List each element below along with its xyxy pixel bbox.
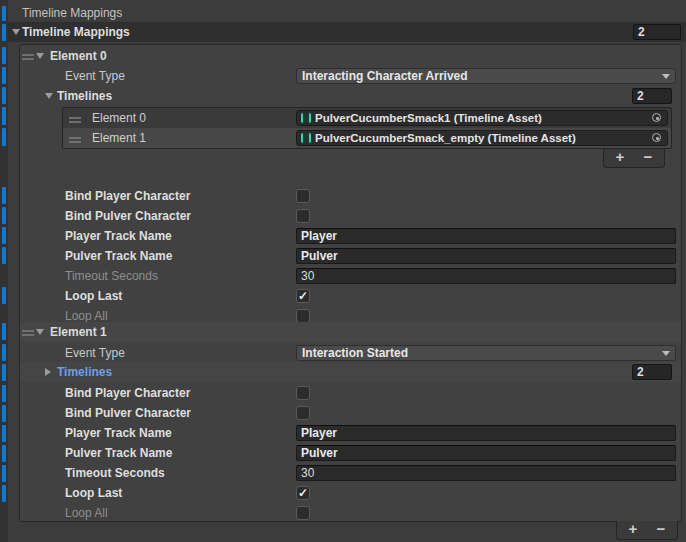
timeline-object-field[interactable]: PulverCucumberSmack1 (Timeline Asset): [296, 110, 668, 126]
override-marker: [2, 364, 6, 381]
override-marker: [2, 24, 6, 41]
player-track-label: Player Track Name: [65, 228, 172, 244]
bind-pulver-checkbox[interactable]: [296, 209, 310, 223]
timeline-item-row[interactable]: Element 0 PulverCucumberSmack1 (Timeline…: [63, 108, 671, 128]
loop-last-checkbox[interactable]: [296, 486, 310, 500]
timeout-input[interactable]: [296, 465, 676, 481]
chevron-down-icon: [662, 351, 670, 356]
foldout-open-icon[interactable]: [36, 53, 44, 59]
timeline-mappings-title: Timeline Mappings: [22, 24, 130, 40]
timeline-asset-icon: [301, 113, 311, 123]
override-marker: [2, 323, 6, 340]
bind-pulver-label: Bind Pulver Character: [65, 208, 191, 224]
override-marker: [2, 227, 6, 244]
bind-player-label: Bind Player Character: [65, 188, 190, 204]
event-type-value: Interacting Character Arrived: [302, 69, 468, 83]
timelines-header-row-collapsed[interactable]: Timelines: [20, 362, 681, 382]
loop-last-row: Loop Last: [20, 483, 681, 503]
element1-header[interactable]: Element 1: [20, 322, 681, 342]
event-type-dropdown[interactable]: Interacting Character Arrived: [296, 68, 676, 84]
event-type-row: Event Type Interaction Started: [20, 343, 681, 363]
pulver-track-input[interactable]: [296, 248, 676, 264]
pulver-track-row: Pulver Track Name: [20, 246, 681, 266]
override-marker: [2, 107, 6, 125]
timelines-size-input[interactable]: [632, 88, 672, 104]
timeline-asset-icon: [301, 133, 311, 143]
loop-all-label: Loop All: [65, 505, 108, 521]
pulver-track-label: Pulver Track Name: [65, 445, 172, 461]
timeline-item-row[interactable]: Element 1 PulverCucumberSmack_empty (Tim…: [63, 128, 671, 148]
override-marker: [2, 405, 6, 422]
foldout-closed-icon[interactable]: [45, 368, 51, 376]
property-label: Timeline Mappings: [22, 5, 122, 21]
override-marker: [2, 47, 6, 64]
bind-player-checkbox[interactable]: [296, 386, 310, 400]
override-marker: [2, 344, 6, 361]
override-marker: [2, 385, 6, 402]
foldout-open-icon[interactable]: [45, 93, 53, 99]
loop-last-row: Loop Last: [20, 286, 681, 306]
override-marker: [2, 128, 6, 146]
remove-element-button[interactable]: −: [648, 521, 674, 538]
override-marker: [2, 67, 6, 84]
override-marker: [2, 425, 6, 442]
timeline-item-label: Element 1: [92, 130, 146, 146]
event-type-value: Interaction Started: [302, 346, 408, 360]
drag-handle-icon[interactable]: [22, 330, 34, 332]
pulver-track-input[interactable]: [296, 445, 676, 461]
object-picker-icon[interactable]: [649, 112, 665, 124]
timeout-label: Timeout Seconds: [65, 465, 165, 481]
drag-handle-icon[interactable]: [22, 54, 34, 56]
timeline-object-field[interactable]: PulverCucumberSmack_empty (Timeline Asse…: [296, 130, 668, 146]
timeout-row: Timeout Seconds: [20, 266, 681, 286]
player-track-input[interactable]: [296, 425, 676, 441]
timeout-input[interactable]: [296, 268, 676, 284]
array-size-input[interactable]: [633, 24, 681, 40]
override-marker: [2, 465, 6, 482]
drag-handle-icon[interactable]: [69, 137, 81, 139]
bind-player-row: Bind Player Character: [20, 383, 681, 403]
timeline-object-value: PulverCucumberSmack_empty (Timeline Asse…: [315, 132, 645, 145]
bind-pulver-checkbox[interactable]: [296, 406, 310, 420]
bind-pulver-label: Bind Pulver Character: [65, 405, 191, 421]
bind-player-checkbox[interactable]: [296, 189, 310, 203]
player-track-label: Player Track Name: [65, 425, 172, 441]
timeline-item-label: Element 0: [92, 110, 146, 126]
player-track-input[interactable]: [296, 228, 676, 244]
timelines-list-footer: + −: [603, 149, 665, 168]
loop-all-row: Loop All: [20, 503, 681, 523]
loop-all-checkbox[interactable]: [296, 309, 310, 323]
timeline-mappings-list-footer: + −: [616, 521, 678, 540]
add-element-button[interactable]: +: [620, 521, 646, 538]
event-type-row: Event Type Interacting Character Arrived: [20, 66, 681, 86]
element1-title: Element 1: [50, 324, 107, 340]
event-type-label: Event Type: [65, 68, 125, 84]
loop-all-checkbox[interactable]: [296, 506, 310, 520]
element0-title: Element 0: [50, 48, 107, 64]
inspector-panel: Timeline Mappings Timeline Mappings Elem…: [0, 0, 686, 542]
timelines-label: Timelines: [57, 364, 112, 380]
pulver-track-label: Pulver Track Name: [65, 248, 172, 264]
timeout-label: Timeout Seconds: [65, 268, 158, 284]
override-marker: [2, 247, 6, 264]
bind-pulver-row: Bind Pulver Character: [20, 403, 681, 423]
loop-last-checkbox[interactable]: [296, 289, 310, 303]
element0-header[interactable]: Element 0: [20, 46, 681, 66]
remove-element-button[interactable]: −: [635, 149, 661, 166]
timeline-mappings-header[interactable]: Timeline Mappings: [8, 22, 686, 42]
override-marker: [2, 485, 6, 502]
timelines-header-row[interactable]: Timelines: [20, 86, 681, 106]
timelines-size-input[interactable]: [632, 364, 672, 380]
event-type-dropdown[interactable]: Interaction Started: [296, 345, 676, 361]
override-marker: [2, 6, 6, 21]
foldout-open-icon[interactable]: [36, 329, 44, 335]
override-marker: [2, 207, 6, 224]
object-picker-icon[interactable]: [649, 132, 665, 144]
drag-handle-icon[interactable]: [69, 117, 81, 119]
event-type-label: Event Type: [65, 345, 125, 361]
add-element-button[interactable]: +: [607, 149, 633, 166]
loop-last-label: Loop Last: [65, 485, 122, 501]
override-marker: [2, 287, 6, 304]
foldout-open-icon[interactable]: [12, 29, 20, 35]
player-track-row: Player Track Name: [20, 226, 681, 246]
